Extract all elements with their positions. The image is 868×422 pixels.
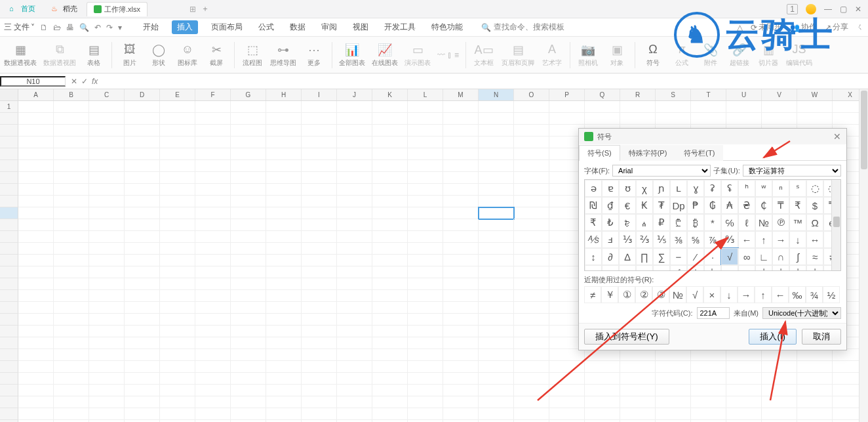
cell[interactable] bbox=[54, 231, 89, 243]
qat-redo-icon[interactable]: ↷ bbox=[106, 23, 113, 32]
symbol-cell[interactable]: ₹ bbox=[789, 197, 806, 214]
recent-symbol-cell[interactable]: √ bbox=[686, 286, 703, 303]
symbol-cell[interactable]: ₫ bbox=[602, 197, 619, 214]
cell[interactable] bbox=[266, 314, 302, 326]
cancel-button[interactable]: 取消 bbox=[802, 329, 841, 345]
cell[interactable] bbox=[443, 125, 479, 137]
dialog-close-icon[interactable]: ✕ bbox=[833, 131, 841, 142]
cell[interactable] bbox=[372, 148, 408, 160]
cell[interactable] bbox=[195, 396, 231, 408]
cell[interactable] bbox=[549, 349, 585, 361]
symbol-cell[interactable]: │ bbox=[704, 265, 721, 271]
symbol-cell[interactable]: ◌ bbox=[806, 180, 823, 197]
cell[interactable] bbox=[160, 326, 195, 337]
cell[interactable] bbox=[585, 408, 620, 420]
cell[interactable] bbox=[620, 396, 656, 408]
cell[interactable] bbox=[337, 101, 372, 113]
char-code-input[interactable] bbox=[697, 307, 730, 319]
cell[interactable] bbox=[195, 278, 231, 290]
cell[interactable] bbox=[797, 361, 833, 373]
ribbon-camera[interactable]: 📷照相机 bbox=[577, 43, 599, 68]
cell[interactable] bbox=[195, 125, 231, 137]
ribbon-tab-review[interactable]: 审阅 bbox=[319, 20, 340, 34]
cell[interactable] bbox=[231, 160, 266, 172]
cell[interactable] bbox=[231, 314, 266, 326]
symbol-cell[interactable]: ⌡ bbox=[687, 265, 704, 271]
recent-symbol-cell[interactable]: ½ bbox=[823, 286, 840, 303]
recent-symbol-cell[interactable]: ‰ bbox=[789, 286, 806, 303]
cell[interactable] bbox=[620, 385, 656, 396]
cell[interactable] bbox=[656, 373, 691, 385]
cell[interactable] bbox=[372, 137, 408, 148]
cell[interactable] bbox=[372, 349, 408, 361]
cell[interactable] bbox=[231, 396, 266, 408]
cell[interactable] bbox=[89, 266, 125, 278]
cell[interactable] bbox=[54, 125, 89, 137]
cell[interactable] bbox=[266, 231, 302, 243]
cell[interactable] bbox=[408, 125, 443, 137]
cell[interactable] bbox=[479, 385, 514, 396]
symbol-cell[interactable]: ⅓ bbox=[619, 231, 636, 248]
symbol-cell[interactable]: ⅔ bbox=[636, 231, 653, 248]
minimize-icon[interactable]: — bbox=[824, 5, 832, 14]
cell[interactable] bbox=[302, 385, 337, 396]
row-header[interactable] bbox=[0, 302, 18, 314]
cell[interactable] bbox=[54, 373, 89, 385]
cell[interactable] bbox=[160, 125, 195, 137]
cell[interactable] bbox=[231, 326, 266, 337]
tab-home[interactable]: ⌂首页 bbox=[3, 2, 42, 16]
cell[interactable] bbox=[408, 337, 443, 349]
cell[interactable] bbox=[160, 196, 195, 207]
row-header[interactable] bbox=[0, 385, 18, 396]
cell[interactable] bbox=[443, 314, 479, 326]
cell[interactable] bbox=[514, 361, 549, 373]
cell[interactable] bbox=[89, 101, 125, 113]
cell[interactable] bbox=[408, 231, 443, 243]
cell[interactable] bbox=[372, 408, 408, 420]
cell[interactable] bbox=[479, 207, 514, 219]
cell[interactable] bbox=[408, 148, 443, 160]
cell[interactable] bbox=[479, 125, 514, 137]
cell[interactable] bbox=[18, 148, 54, 160]
cell[interactable] bbox=[125, 160, 160, 172]
confirm-edit-icon[interactable]: ✓ bbox=[81, 77, 88, 86]
tab-docker[interactable]: ♨稻壳 bbox=[45, 2, 84, 16]
cell[interactable] bbox=[125, 337, 160, 349]
recent-symbol-cell[interactable]: ① bbox=[618, 286, 635, 303]
qat-save-icon[interactable]: 🗋 bbox=[40, 23, 48, 32]
cell[interactable] bbox=[125, 137, 160, 148]
cell[interactable] bbox=[54, 290, 89, 302]
cell[interactable] bbox=[726, 408, 762, 420]
ribbon-picture[interactable]: 🖼图片 bbox=[119, 43, 141, 68]
cell[interactable] bbox=[408, 184, 443, 196]
cell[interactable] bbox=[797, 101, 833, 113]
cell[interactable] bbox=[408, 243, 443, 255]
row-header[interactable] bbox=[0, 408, 18, 420]
cell[interactable] bbox=[54, 278, 89, 290]
select-all-corner[interactable] bbox=[0, 89, 18, 100]
cell[interactable] bbox=[125, 184, 160, 196]
cell[interactable] bbox=[514, 255, 549, 266]
cell[interactable] bbox=[372, 385, 408, 396]
cell[interactable] bbox=[408, 349, 443, 361]
row-header[interactable] bbox=[0, 349, 18, 361]
share-button[interactable]: ↗ 分享 bbox=[825, 22, 848, 33]
cell[interactable] bbox=[337, 396, 372, 408]
cell[interactable] bbox=[514, 373, 549, 385]
symbol-cell[interactable]: ˢ bbox=[789, 180, 806, 197]
cell[interactable] bbox=[337, 337, 372, 349]
cell[interactable] bbox=[302, 137, 337, 148]
cell[interactable] bbox=[195, 337, 231, 349]
column-header[interactable]: W bbox=[797, 89, 833, 100]
cell[interactable] bbox=[302, 337, 337, 349]
cell[interactable] bbox=[762, 113, 797, 125]
cell[interactable] bbox=[125, 255, 160, 266]
cell[interactable] bbox=[302, 349, 337, 361]
cell[interactable] bbox=[337, 137, 372, 148]
cell[interactable] bbox=[125, 172, 160, 184]
cell[interactable] bbox=[125, 113, 160, 125]
cell[interactable] bbox=[195, 243, 231, 255]
cell[interactable] bbox=[195, 290, 231, 302]
row-header[interactable] bbox=[0, 373, 18, 385]
ribbon-tab-view[interactable]: 视图 bbox=[350, 20, 371, 34]
